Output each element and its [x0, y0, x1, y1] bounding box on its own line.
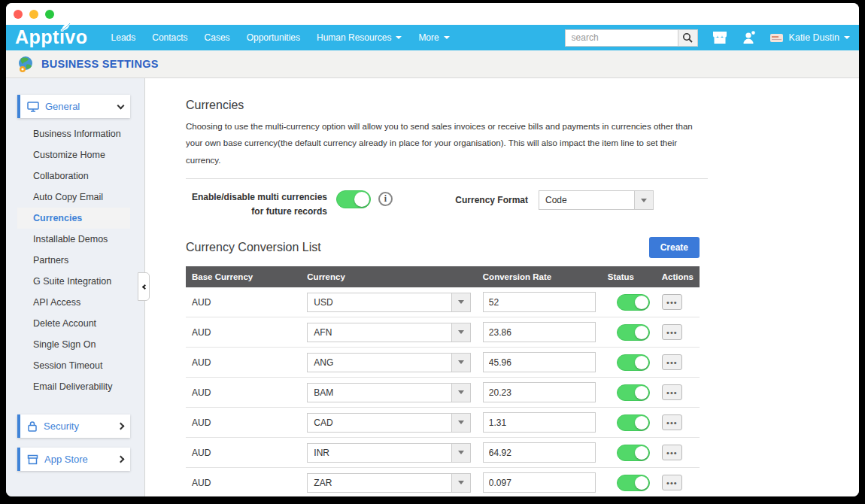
row-actions-button[interactable]: •••: [662, 354, 682, 370]
row-actions-button[interactable]: •••: [662, 445, 682, 460]
status-toggle[interactable]: [617, 384, 650, 401]
sidebar-item-installable-demos[interactable]: Installable Demos: [17, 229, 130, 250]
sidebar-item-partners[interactable]: Partners: [17, 250, 130, 271]
select-arrow-button[interactable]: [451, 354, 470, 372]
row-actions-button[interactable]: •••: [662, 294, 682, 310]
page-title: BUSINESS SETTINGS: [41, 58, 159, 70]
base-currency-cell: AUD: [186, 408, 301, 438]
monitor-icon: [27, 102, 39, 112]
base-currency-cell: AUD: [186, 468, 301, 496]
window-zoom-button[interactable]: [45, 10, 54, 19]
conversion-rate-input[interactable]: [483, 472, 596, 493]
select-arrow-button[interactable]: [451, 323, 470, 342]
toggle-knob: [635, 476, 648, 490]
conversion-rate-input[interactable]: [483, 382, 596, 402]
sidebar-item-collaboration[interactable]: Collaboration: [17, 165, 130, 187]
select-arrow-button[interactable]: [451, 384, 470, 402]
settings-sidebar: General Business Information Customize H…: [6, 78, 144, 496]
currency-select[interactable]: ZAR: [307, 473, 471, 493]
currency-select[interactable]: BAM: [307, 383, 471, 402]
nav-item-leads[interactable]: Leads: [111, 32, 136, 43]
sidebar-item-auto-copy-email[interactable]: Auto Copy Email: [17, 187, 130, 208]
select-arrow-button[interactable]: [634, 191, 653, 209]
select-arrow-button[interactable]: [451, 444, 470, 462]
sidebar-item-currencies[interactable]: Currencies: [17, 208, 130, 229]
nav-item-opportunities[interactable]: Opportunities: [247, 32, 300, 43]
business-settings-header: BUSINESS SETTINGS: [6, 50, 859, 78]
sidebar-item-single-sign-on[interactable]: Single Sign On: [17, 334, 130, 355]
currency-conversion-table: Base Currency Currency Conversion Rate S…: [186, 266, 700, 496]
table-row: AUD USD •••: [186, 287, 700, 317]
sidebar-item-session-timeout[interactable]: Session Timeout: [17, 355, 130, 376]
select-arrow-button[interactable]: [451, 414, 470, 432]
window-close-button[interactable]: [14, 10, 23, 19]
sidebar-item-email-deliverability[interactable]: Email Deliverability: [17, 376, 130, 397]
status-toggle[interactable]: [617, 294, 650, 311]
user-menu[interactable]: Katie Dustin: [789, 32, 850, 43]
sidebar-item-g-suite-integration[interactable]: G Suite Integration: [17, 271, 130, 292]
status-toggle[interactable]: [617, 414, 650, 431]
sidebar-section-general[interactable]: General: [17, 95, 130, 118]
status-toggle[interactable]: [617, 354, 650, 371]
currency-select[interactable]: INR: [307, 443, 471, 463]
sidebar-item-api-access[interactable]: API Access: [17, 292, 130, 313]
conversion-list-header: Currency Conversion List Create: [186, 237, 708, 258]
row-actions-button[interactable]: •••: [662, 475, 682, 490]
create-button[interactable]: Create: [649, 237, 700, 258]
app-store-nav-button[interactable]: [712, 30, 728, 45]
conversion-rate-input[interactable]: [483, 322, 596, 342]
status-toggle[interactable]: [617, 445, 650, 461]
notifications-button[interactable]: [742, 30, 758, 45]
conversion-rate-input[interactable]: [483, 352, 596, 372]
section-title: Currencies: [186, 99, 708, 112]
multi-currency-toggle-label: Enable/disable multi currencies for futu…: [186, 190, 327, 218]
sidebar-section-app-store[interactable]: App Store: [17, 448, 130, 471]
row-actions-button[interactable]: •••: [662, 414, 682, 430]
sidebar-section-security[interactable]: Security: [17, 414, 130, 438]
nav-item-human-resources[interactable]: Human Resources: [317, 32, 402, 43]
currency-select[interactable]: AFN: [307, 323, 471, 342]
triangle-down-icon: [458, 300, 464, 307]
select-arrow-button[interactable]: [451, 474, 470, 492]
row-actions-button[interactable]: •••: [662, 324, 682, 340]
info-icon[interactable]: i: [378, 192, 393, 206]
window-minimize-button[interactable]: [29, 10, 38, 19]
apptivo-logo-text: Apptivo: [15, 26, 88, 47]
window-titlebar: [6, 3, 859, 25]
toggle-knob: [635, 326, 648, 339]
currency-select[interactable]: CAD: [307, 413, 471, 433]
storefront-icon: [712, 30, 728, 45]
nav-item-contacts[interactable]: Contacts: [152, 32, 187, 43]
apptivo-logo[interactable]: Apptivo: [15, 26, 88, 48]
table-row: AUD AFN •••: [186, 317, 700, 348]
user-name: Katie Dustin: [789, 32, 839, 43]
currency-select[interactable]: ANG: [307, 353, 471, 372]
sidebar-item-customize-home[interactable]: Customize Home: [17, 144, 130, 165]
caret-down-icon: [444, 36, 450, 42]
triangle-down-icon: [458, 390, 464, 397]
lock-icon: [27, 421, 38, 432]
person-notification-icon: [742, 30, 758, 45]
nav-item-more[interactable]: More: [418, 32, 449, 43]
sidebar-item-delete-account[interactable]: Delete Account: [17, 313, 130, 334]
currency-select[interactable]: USD: [307, 293, 471, 312]
status-toggle[interactable]: [617, 324, 650, 341]
nav-item-cases[interactable]: Cases: [205, 32, 230, 43]
toggle-knob: [635, 386, 648, 399]
chevron-right-icon: [117, 423, 125, 430]
sidebar-collapse-handle[interactable]: [138, 272, 150, 301]
multi-currency-settings-row: Enable/disable multi currencies for futu…: [186, 190, 708, 218]
select-arrow-button[interactable]: [451, 293, 470, 311]
currency-format-group: Currency Format Code: [455, 190, 654, 210]
conversion-rate-input[interactable]: [483, 292, 596, 312]
conversion-rate-input[interactable]: [483, 412, 596, 433]
row-actions-button[interactable]: •••: [662, 384, 682, 400]
conversion-rate-input[interactable]: [483, 442, 596, 463]
currency-format-select[interactable]: Code: [539, 190, 654, 210]
multi-currency-toggle[interactable]: [336, 190, 371, 208]
sidebar-item-business-information[interactable]: Business Information: [17, 123, 130, 144]
search-input[interactable]: [565, 29, 678, 47]
search-button[interactable]: [678, 29, 698, 47]
status-toggle[interactable]: [617, 475, 650, 491]
triangle-down-icon: [458, 451, 464, 457]
